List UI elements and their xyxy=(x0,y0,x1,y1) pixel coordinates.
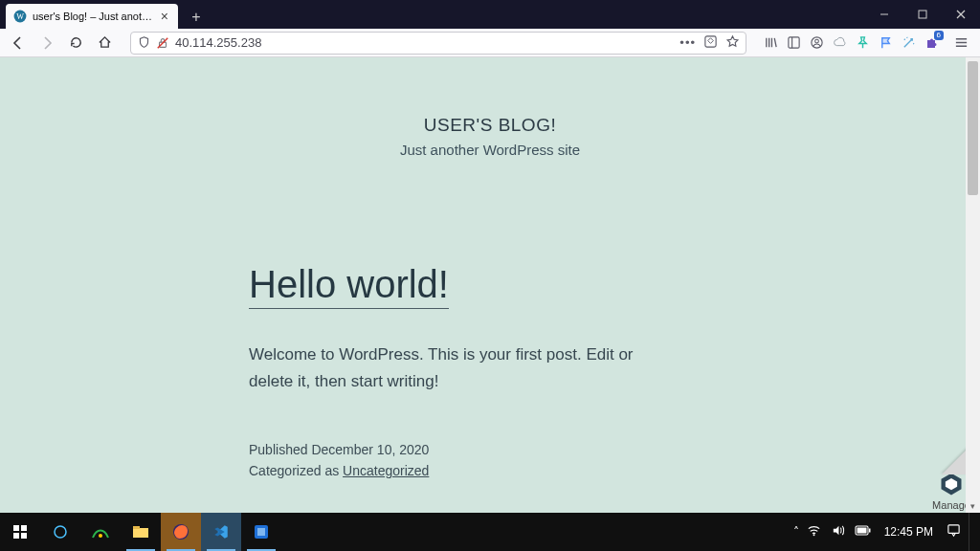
window-close-button[interactable] xyxy=(942,0,980,29)
address-text: 40.114.255.238 xyxy=(175,35,674,50)
svg-rect-21 xyxy=(133,528,148,538)
page-viewport: USER'S BLOG! Just another WordPress site… xyxy=(0,57,980,513)
published-date: December 10, 2020 xyxy=(311,442,429,457)
ext-cloud-icon[interactable] xyxy=(831,34,848,52)
scroll-down-button[interactable]: ▾ xyxy=(966,498,980,513)
taskbar-idm-icon[interactable] xyxy=(80,513,121,551)
svg-rect-28 xyxy=(857,528,866,534)
home-button[interactable] xyxy=(92,31,117,55)
site-tagline: Just another WordPress site xyxy=(0,142,980,158)
windows-taskbar: ˄ 12:45 PM xyxy=(0,513,980,551)
window-minimize-button[interactable] xyxy=(865,0,903,29)
sidebar-icon[interactable] xyxy=(785,34,802,52)
bookmark-star-icon[interactable] xyxy=(725,34,740,52)
taskbar-cortana-icon[interactable] xyxy=(40,513,80,551)
start-button[interactable] xyxy=(0,513,40,551)
tray-clock[interactable]: 12:45 PM xyxy=(879,525,939,539)
svg-point-19 xyxy=(55,526,66,538)
svg-text:W: W xyxy=(16,12,24,21)
post-body: Welcome to WordPress. This is your first… xyxy=(249,342,660,395)
nav-forward-button[interactable] xyxy=(34,31,59,55)
bitnami-hex-icon xyxy=(938,471,965,497)
address-bar[interactable]: 40.114.255.238 ••• xyxy=(130,32,746,55)
svg-rect-15 xyxy=(13,525,19,531)
taskbar-firefox[interactable] xyxy=(161,513,201,551)
window-maximize-button[interactable] xyxy=(903,0,942,29)
svg-rect-29 xyxy=(869,529,871,533)
browser-toolbar: 40.114.255.238 ••• xyxy=(0,29,980,57)
ext-wand-icon[interactable] xyxy=(900,34,917,52)
nav-back-button[interactable] xyxy=(6,31,31,55)
tray-overflow-icon[interactable]: ˄ xyxy=(793,525,799,539)
tab-close-button[interactable]: × xyxy=(159,9,170,24)
wordpress-favicon-icon: W xyxy=(13,10,27,23)
ellipsis-icon[interactable]: ••• xyxy=(679,35,696,50)
new-tab-button[interactable]: + xyxy=(184,6,209,29)
tray-battery-icon[interactable] xyxy=(855,525,871,539)
extension-tray: 6 xyxy=(758,34,944,52)
tray-wifi-icon[interactable] xyxy=(807,523,821,540)
tray-notifications-icon[interactable] xyxy=(947,523,961,540)
post-meta: Published December 10, 2020 Categorized … xyxy=(249,439,699,482)
taskbar-vscode[interactable] xyxy=(201,513,241,551)
ext-puzzle-icon[interactable]: 6 xyxy=(923,34,940,52)
published-label: Published xyxy=(249,442,308,457)
library-icon[interactable] xyxy=(762,34,779,52)
shield-icon[interactable] xyxy=(137,36,150,50)
category-link[interactable]: Uncategorized xyxy=(343,463,429,478)
svg-rect-22 xyxy=(133,526,140,529)
post-title-link[interactable]: Hello world! xyxy=(249,263,449,309)
svg-rect-18 xyxy=(21,533,27,539)
tray-volume-icon[interactable] xyxy=(831,523,845,540)
reader-mode-icon[interactable] xyxy=(703,34,718,52)
browser-tab-active[interactable]: W user's Blog! – Just another Wo × xyxy=(6,4,178,29)
svg-point-26 xyxy=(813,534,814,536)
ext-badge: 6 xyxy=(934,31,944,40)
svg-rect-3 xyxy=(919,11,926,18)
tab-title: user's Blog! – Just another Wo xyxy=(33,11,153,22)
svg-rect-16 xyxy=(21,525,27,531)
svg-point-20 xyxy=(99,534,102,538)
app-menu-button[interactable] xyxy=(947,31,974,55)
svg-rect-9 xyxy=(788,37,798,48)
site-title[interactable]: USER'S BLOG! xyxy=(0,115,980,136)
taskbar-file-explorer[interactable] xyxy=(121,513,161,551)
svg-rect-25 xyxy=(257,528,265,536)
svg-rect-30 xyxy=(948,525,959,533)
browser-tabstrip: W user's Blog! – Just another Wo × + xyxy=(0,0,980,29)
system-tray: ˄ 12:45 PM xyxy=(793,513,980,551)
insecure-lock-icon[interactable] xyxy=(156,36,169,50)
scroll-thumb[interactable] xyxy=(968,61,978,195)
vertical-scrollbar[interactable]: ▴ ▾ xyxy=(966,57,980,513)
svg-point-12 xyxy=(814,39,818,43)
svg-rect-17 xyxy=(13,533,19,539)
site-header: USER'S BLOG! Just another WordPress site xyxy=(0,115,980,158)
reload-button[interactable] xyxy=(63,31,88,55)
window-controls xyxy=(865,0,980,29)
ext-pin-icon[interactable] xyxy=(854,34,871,52)
post: Hello world! Welcome to WordPress. This … xyxy=(249,263,699,482)
account-icon[interactable] xyxy=(808,34,825,52)
ext-flag-icon[interactable] xyxy=(877,34,894,52)
taskbar-app[interactable] xyxy=(241,513,281,551)
categorized-label: Categorized as xyxy=(249,463,339,478)
show-desktop-button[interactable] xyxy=(969,513,974,551)
